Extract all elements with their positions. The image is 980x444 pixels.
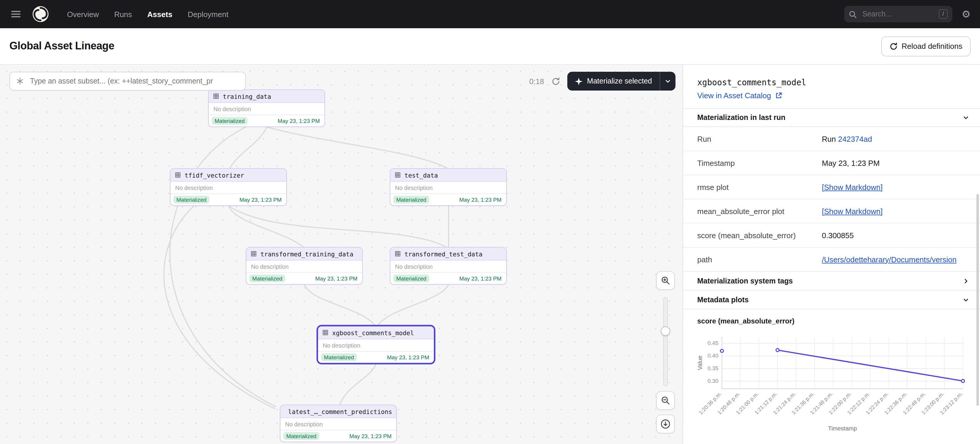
- table-icon: [395, 250, 401, 257]
- asset-filter-input[interactable]: [29, 76, 239, 86]
- table-icon: [395, 172, 401, 178]
- asset-description: No description: [390, 182, 506, 194]
- score-line-chart: 1:20:36 p.m.1:20:48 p.m.1:21:00 p.m.1:21…: [694, 330, 970, 434]
- show-markdown-link[interactable]: [Show Markdown]: [822, 183, 883, 191]
- table-icon: [175, 172, 181, 178]
- metadata-key: mean_absolute_error plot: [697, 207, 822, 215]
- metadata-value: 0.300855: [822, 231, 854, 240]
- reload-definitions-button[interactable]: Reload definitions: [881, 36, 970, 56]
- zoom-out-button[interactable]: [656, 391, 675, 410]
- global-search[interactable]: /: [844, 6, 952, 22]
- table-icon: [322, 329, 329, 336]
- asset-node-transformed-test-data[interactable]: transformed_test_data No description Mat…: [390, 247, 507, 285]
- settings-gear-icon[interactable]: ⚙: [962, 9, 971, 19]
- chevron-down-icon: [963, 296, 969, 303]
- lineage-canvas[interactable]: 0:18 Materialize selected training_data: [0, 65, 682, 444]
- sparkle-icon: [575, 77, 582, 85]
- canvas-toolbar: 0:18 Materialize selected: [10, 72, 676, 91]
- metadata-row-score: score (mean_absolute_error) 0.300855: [683, 223, 980, 248]
- status-badge: Materialized: [393, 275, 429, 282]
- zoom-out-icon: [661, 396, 670, 405]
- asset-description: No description: [280, 418, 396, 430]
- search-icon: [849, 10, 856, 18]
- materialization-timestamp: May 23, 1:23 PM: [387, 354, 431, 361]
- materialization-timestamp: May 23, 1:23 PM: [239, 196, 283, 203]
- metadata-value: Run: [822, 134, 838, 143]
- section-metadata-plots[interactable]: Metadata plots: [683, 291, 980, 309]
- reload-label: Reload definitions: [902, 42, 963, 51]
- svg-text:0.45: 0.45: [708, 340, 718, 346]
- chevron-down-icon: [664, 78, 671, 85]
- section-label: Metadata plots: [697, 296, 749, 304]
- status-badge: Materialized: [283, 432, 319, 440]
- nav-item-runs[interactable]: Runs: [114, 10, 132, 19]
- path-link[interactable]: /Users/odetteharary/Documents/version: [822, 255, 956, 264]
- external-link-icon: [775, 92, 782, 99]
- status-badge: Materialized: [249, 275, 285, 282]
- reload-icon: [889, 42, 897, 50]
- refresh-icon[interactable]: [551, 77, 560, 86]
- menu-icon[interactable]: [10, 8, 22, 21]
- status-badge: Materialized: [212, 117, 248, 125]
- materialize-selected-button[interactable]: Materialize selected: [567, 72, 676, 91]
- asset-description: No description: [209, 103, 325, 115]
- asset-node-xgboost-comments-model[interactable]: xgboost_comments_model No description Ma…: [317, 326, 434, 363]
- zoom-in-button[interactable]: [656, 271, 675, 290]
- section-materialization-system-tags[interactable]: Materialization system tags: [683, 272, 980, 291]
- asset-node-tfidf-vectorizer[interactable]: tfidf_vectorizer No description Material…: [170, 168, 287, 206]
- zoom-in-icon: [661, 276, 670, 285]
- zoom-slider-track[interactable]: [663, 297, 668, 387]
- zoom-slider-handle[interactable]: [661, 326, 670, 336]
- asset-name: tfidf_vectorizer: [185, 172, 244, 178]
- dagster-logo-icon[interactable]: [32, 5, 49, 23]
- plot-title: score (mean_absolute_error): [683, 309, 980, 326]
- panel-scrollbar[interactable]: [977, 194, 979, 406]
- asset-filter[interactable]: [10, 72, 246, 91]
- search-input[interactable]: [861, 10, 934, 19]
- table-icon: [250, 250, 257, 257]
- asset-node-test-data[interactable]: test_data No description MaterializedMay…: [390, 168, 507, 206]
- nav-item-assets[interactable]: Assets: [147, 10, 172, 19]
- show-markdown-link[interactable]: [Show Markdown]: [822, 207, 883, 215]
- nav-item-deployment[interactable]: Deployment: [188, 10, 228, 19]
- view-in-asset-catalog-link[interactable]: View in Asset Catalog: [683, 87, 980, 100]
- asset-details-panel: xgboost_comments_model View in Asset Cat…: [682, 65, 980, 444]
- nav-right: / ⚙: [844, 6, 971, 22]
- metadata-row-timestamp: Timestamp May 23, 1:23 PM: [683, 151, 980, 175]
- metadata-key: score (mean_absolute_error): [697, 231, 822, 240]
- nav-links: Overview Runs Assets Deployment: [67, 10, 228, 19]
- nav-item-overview[interactable]: Overview: [67, 10, 99, 19]
- section-label: Materialization system tags: [697, 277, 793, 285]
- dagster-app: Overview Runs Assets Deployment / ⚙ Glob…: [0, 0, 980, 444]
- asset-node-transformed-training-data[interactable]: transformed_training_data No description…: [246, 247, 363, 285]
- materialization-timestamp: May 23, 1:23 PM: [349, 433, 393, 439]
- asset-description: No description: [318, 339, 434, 351]
- refresh-countdown: 0:18: [529, 77, 544, 86]
- materialization-timestamp: May 23, 1:23 PM: [315, 275, 359, 282]
- chevron-right-icon: [963, 277, 969, 284]
- score-chart-container: 1:20:36 p.m.1:20:48 p.m.1:21:00 p.m.1:21…: [683, 326, 980, 437]
- materialization-timestamp: May 23, 1:23 PM: [277, 118, 321, 124]
- metadata-key: Timestamp: [697, 159, 822, 167]
- page-header: Global Asset Lineage Reload definitions: [0, 28, 980, 65]
- asset-name: transformed_test_data: [404, 250, 483, 257]
- materialize-label: Materialize selected: [587, 77, 652, 85]
- svg-text:0.35: 0.35: [708, 365, 718, 371]
- page-title: Global Asset Lineage: [10, 40, 115, 53]
- section-label: Materialization in last run: [697, 113, 786, 122]
- asset-node-training-data[interactable]: training_data No description Materialize…: [208, 89, 325, 127]
- section-materialization-last-run[interactable]: Materialization in last run: [683, 108, 980, 127]
- asset-name: latest_…_comment_predictions: [288, 408, 392, 415]
- asset-name: transformed_training_data: [261, 250, 353, 257]
- metadata-key: path: [697, 255, 822, 264]
- fit-view-button[interactable]: [656, 415, 675, 433]
- catalog-link-label: View in Asset Catalog: [697, 91, 771, 100]
- chevron-down-icon: [963, 114, 969, 121]
- materialize-dropdown-button[interactable]: [660, 72, 676, 91]
- metadata-row-path: path /Users/odetteharary/Documents/versi…: [683, 248, 980, 272]
- run-id-link[interactable]: 242374ad: [838, 134, 872, 143]
- asset-detail-title: xgboost_comments_model: [683, 65, 980, 87]
- asset-name: training_data: [223, 92, 271, 100]
- circle-down-arrow-icon: [660, 419, 671, 429]
- asset-node-latest-comment-predictions[interactable]: latest_…_comment_predictions No descript…: [280, 404, 397, 442]
